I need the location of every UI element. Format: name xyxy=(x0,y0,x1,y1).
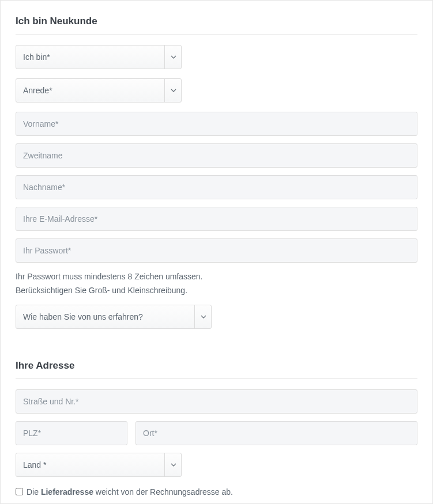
shipping-differs-checkbox[interactable] xyxy=(16,488,23,495)
city-input[interactable] xyxy=(135,421,417,445)
referral-select[interactable]: Wie haben Sie von uns erfahren? xyxy=(16,305,212,329)
password-hint-line1: Ihr Passwort muss mindestens 8 Zeichen u… xyxy=(16,270,417,284)
country-select-wrapper: Land * xyxy=(16,453,182,477)
password-hint: Ihr Passwort muss mindestens 8 Zeichen u… xyxy=(16,270,417,298)
customer-type-select[interactable]: Ich bin* xyxy=(16,45,182,69)
firstname-input[interactable] xyxy=(16,112,417,136)
registration-form: Ich bin Neukunde Ich bin* Anrede* Ihr Pa… xyxy=(0,0,433,504)
salutation-select[interactable]: Anrede* xyxy=(16,78,182,103)
salutation-select-wrapper: Anrede* xyxy=(16,78,182,103)
password-input[interactable] xyxy=(16,238,417,263)
zip-city-row xyxy=(16,421,417,453)
referral-select-wrapper: Wie haben Sie von uns erfahren? xyxy=(16,305,212,329)
street-input[interactable] xyxy=(16,389,417,414)
divider xyxy=(16,34,417,35)
customer-type-select-wrapper: Ich bin* xyxy=(16,45,182,69)
country-select[interactable]: Land * xyxy=(16,453,182,477)
lastname-input[interactable] xyxy=(16,175,417,199)
email-input[interactable] xyxy=(16,207,417,231)
section-title-new-customer: Ich bin Neukunde xyxy=(16,16,417,27)
shipping-differs-label: Die Lieferadresse weicht von der Rechnun… xyxy=(27,487,233,497)
zip-input[interactable] xyxy=(16,421,127,445)
middlename-input[interactable] xyxy=(16,143,417,168)
shipping-differs-row: Die Lieferadresse weicht von der Rechnun… xyxy=(16,487,417,497)
password-hint-line2: Berücksichtigen Sie Groß- und Kleinschre… xyxy=(16,284,417,298)
divider xyxy=(16,378,417,379)
section-title-address: Ihre Adresse xyxy=(16,360,417,372)
